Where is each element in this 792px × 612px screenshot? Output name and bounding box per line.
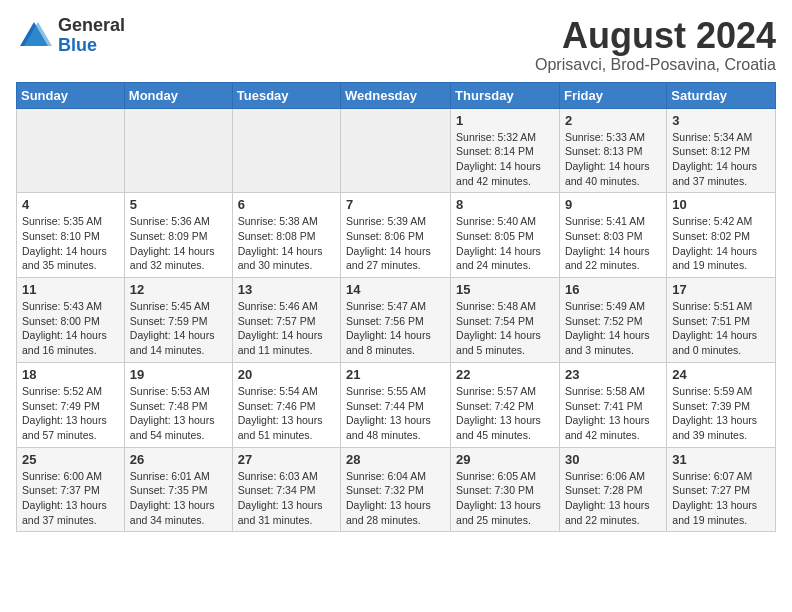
day-number: 23 (565, 367, 661, 382)
day-number: 2 (565, 113, 661, 128)
day-number: 19 (130, 367, 227, 382)
calendar-cell: 24Sunrise: 5:59 AM Sunset: 7:39 PM Dayli… (667, 362, 776, 447)
header-day-monday: Monday (124, 82, 232, 108)
day-number: 14 (346, 282, 445, 297)
calendar-cell: 30Sunrise: 6:06 AM Sunset: 7:28 PM Dayli… (559, 447, 666, 532)
calendar-cell: 21Sunrise: 5:55 AM Sunset: 7:44 PM Dayli… (341, 362, 451, 447)
calendar-cell: 20Sunrise: 5:54 AM Sunset: 7:46 PM Dayli… (232, 362, 340, 447)
subtitle: Oprisavci, Brod-Posavina, Croatia (535, 56, 776, 74)
calendar-cell: 10Sunrise: 5:42 AM Sunset: 8:02 PM Dayli… (667, 193, 776, 278)
calendar-cell: 1Sunrise: 5:32 AM Sunset: 8:14 PM Daylig… (451, 108, 560, 193)
calendar-cell: 8Sunrise: 5:40 AM Sunset: 8:05 PM Daylig… (451, 193, 560, 278)
logo-text: General Blue (58, 16, 125, 56)
calendar-cell (17, 108, 125, 193)
header: General Blue August 2024 Oprisavci, Brod… (16, 16, 776, 74)
calendar-cell: 28Sunrise: 6:04 AM Sunset: 7:32 PM Dayli… (341, 447, 451, 532)
day-info: Sunrise: 5:52 AM Sunset: 7:49 PM Dayligh… (22, 384, 119, 443)
day-number: 21 (346, 367, 445, 382)
calendar-cell (232, 108, 340, 193)
calendar-cell: 14Sunrise: 5:47 AM Sunset: 7:56 PM Dayli… (341, 278, 451, 363)
calendar-cell: 25Sunrise: 6:00 AM Sunset: 7:37 PM Dayli… (17, 447, 125, 532)
day-info: Sunrise: 6:00 AM Sunset: 7:37 PM Dayligh… (22, 469, 119, 528)
day-number: 1 (456, 113, 554, 128)
day-info: Sunrise: 5:42 AM Sunset: 8:02 PM Dayligh… (672, 214, 770, 273)
calendar-cell (124, 108, 232, 193)
calendar-body: 1Sunrise: 5:32 AM Sunset: 8:14 PM Daylig… (17, 108, 776, 532)
day-number: 6 (238, 197, 335, 212)
header-day-friday: Friday (559, 82, 666, 108)
day-number: 10 (672, 197, 770, 212)
header-day-tuesday: Tuesday (232, 82, 340, 108)
header-day-wednesday: Wednesday (341, 82, 451, 108)
header-day-saturday: Saturday (667, 82, 776, 108)
calendar-cell: 3Sunrise: 5:34 AM Sunset: 8:12 PM Daylig… (667, 108, 776, 193)
day-number: 13 (238, 282, 335, 297)
header-row: SundayMondayTuesdayWednesdayThursdayFrid… (17, 82, 776, 108)
day-info: Sunrise: 5:54 AM Sunset: 7:46 PM Dayligh… (238, 384, 335, 443)
calendar-cell: 31Sunrise: 6:07 AM Sunset: 7:27 PM Dayli… (667, 447, 776, 532)
day-number: 12 (130, 282, 227, 297)
day-info: Sunrise: 5:53 AM Sunset: 7:48 PM Dayligh… (130, 384, 227, 443)
calendar-cell: 19Sunrise: 5:53 AM Sunset: 7:48 PM Dayli… (124, 362, 232, 447)
day-number: 28 (346, 452, 445, 467)
calendar-cell: 26Sunrise: 6:01 AM Sunset: 7:35 PM Dayli… (124, 447, 232, 532)
day-info: Sunrise: 5:48 AM Sunset: 7:54 PM Dayligh… (456, 299, 554, 358)
calendar-cell: 12Sunrise: 5:45 AM Sunset: 7:59 PM Dayli… (124, 278, 232, 363)
day-number: 11 (22, 282, 119, 297)
day-number: 9 (565, 197, 661, 212)
day-info: Sunrise: 5:39 AM Sunset: 8:06 PM Dayligh… (346, 214, 445, 273)
day-number: 5 (130, 197, 227, 212)
calendar: SundayMondayTuesdayWednesdayThursdayFrid… (16, 82, 776, 533)
day-number: 26 (130, 452, 227, 467)
day-info: Sunrise: 6:07 AM Sunset: 7:27 PM Dayligh… (672, 469, 770, 528)
day-info: Sunrise: 5:36 AM Sunset: 8:09 PM Dayligh… (130, 214, 227, 273)
logo-general: General (58, 16, 125, 36)
day-number: 22 (456, 367, 554, 382)
day-info: Sunrise: 5:35 AM Sunset: 8:10 PM Dayligh… (22, 214, 119, 273)
day-info: Sunrise: 5:32 AM Sunset: 8:14 PM Dayligh… (456, 130, 554, 189)
day-info: Sunrise: 5:45 AM Sunset: 7:59 PM Dayligh… (130, 299, 227, 358)
day-info: Sunrise: 6:01 AM Sunset: 7:35 PM Dayligh… (130, 469, 227, 528)
week-row-3: 11Sunrise: 5:43 AM Sunset: 8:00 PM Dayli… (17, 278, 776, 363)
day-info: Sunrise: 5:59 AM Sunset: 7:39 PM Dayligh… (672, 384, 770, 443)
calendar-cell: 11Sunrise: 5:43 AM Sunset: 8:00 PM Dayli… (17, 278, 125, 363)
main-title: August 2024 (535, 16, 776, 56)
day-number: 25 (22, 452, 119, 467)
calendar-cell: 27Sunrise: 6:03 AM Sunset: 7:34 PM Dayli… (232, 447, 340, 532)
week-row-1: 1Sunrise: 5:32 AM Sunset: 8:14 PM Daylig… (17, 108, 776, 193)
title-section: August 2024 Oprisavci, Brod-Posavina, Cr… (535, 16, 776, 74)
calendar-cell: 22Sunrise: 5:57 AM Sunset: 7:42 PM Dayli… (451, 362, 560, 447)
day-number: 15 (456, 282, 554, 297)
logo: General Blue (16, 16, 125, 56)
calendar-cell: 18Sunrise: 5:52 AM Sunset: 7:49 PM Dayli… (17, 362, 125, 447)
logo-blue: Blue (58, 36, 125, 56)
calendar-cell: 7Sunrise: 5:39 AM Sunset: 8:06 PM Daylig… (341, 193, 451, 278)
day-info: Sunrise: 5:33 AM Sunset: 8:13 PM Dayligh… (565, 130, 661, 189)
day-info: Sunrise: 6:05 AM Sunset: 7:30 PM Dayligh… (456, 469, 554, 528)
day-number: 18 (22, 367, 119, 382)
day-number: 31 (672, 452, 770, 467)
calendar-cell: 6Sunrise: 5:38 AM Sunset: 8:08 PM Daylig… (232, 193, 340, 278)
calendar-cell: 29Sunrise: 6:05 AM Sunset: 7:30 PM Dayli… (451, 447, 560, 532)
day-info: Sunrise: 5:49 AM Sunset: 7:52 PM Dayligh… (565, 299, 661, 358)
day-info: Sunrise: 5:55 AM Sunset: 7:44 PM Dayligh… (346, 384, 445, 443)
calendar-cell: 16Sunrise: 5:49 AM Sunset: 7:52 PM Dayli… (559, 278, 666, 363)
day-number: 17 (672, 282, 770, 297)
logo-icon (16, 18, 52, 54)
day-number: 3 (672, 113, 770, 128)
day-info: Sunrise: 5:47 AM Sunset: 7:56 PM Dayligh… (346, 299, 445, 358)
day-number: 16 (565, 282, 661, 297)
calendar-cell: 9Sunrise: 5:41 AM Sunset: 8:03 PM Daylig… (559, 193, 666, 278)
day-info: Sunrise: 5:41 AM Sunset: 8:03 PM Dayligh… (565, 214, 661, 273)
day-number: 29 (456, 452, 554, 467)
calendar-cell: 23Sunrise: 5:58 AM Sunset: 7:41 PM Dayli… (559, 362, 666, 447)
day-info: Sunrise: 5:46 AM Sunset: 7:57 PM Dayligh… (238, 299, 335, 358)
calendar-cell: 15Sunrise: 5:48 AM Sunset: 7:54 PM Dayli… (451, 278, 560, 363)
week-row-5: 25Sunrise: 6:00 AM Sunset: 7:37 PM Dayli… (17, 447, 776, 532)
day-info: Sunrise: 5:57 AM Sunset: 7:42 PM Dayligh… (456, 384, 554, 443)
day-number: 8 (456, 197, 554, 212)
day-info: Sunrise: 5:40 AM Sunset: 8:05 PM Dayligh… (456, 214, 554, 273)
calendar-cell (341, 108, 451, 193)
header-day-thursday: Thursday (451, 82, 560, 108)
day-number: 27 (238, 452, 335, 467)
